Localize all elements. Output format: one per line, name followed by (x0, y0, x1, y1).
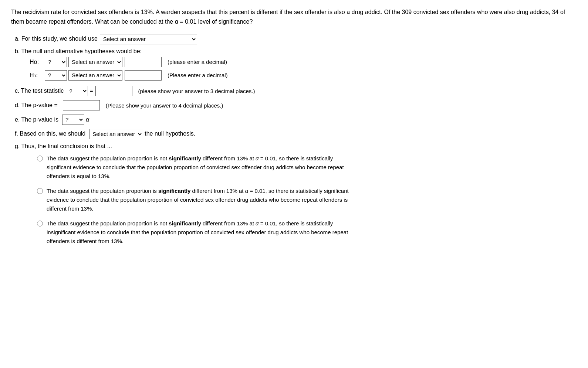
equals-sign-c: = (89, 86, 93, 96)
radio-1-label[interactable]: The data suggest the population proporti… (47, 154, 350, 181)
h1-row: H₁: ? p μ x̄ Select an answer = ≠ < > ≤ … (30, 70, 577, 81)
d-hint: (Please show your answer to 4 decimal pl… (106, 100, 223, 110)
radio-2-label[interactable]: The data suggest the populaton proportio… (47, 187, 350, 213)
question-f: f. Based on this, we should Select an an… (15, 129, 577, 139)
question-g: g. Thus, the final conclusion is that ..… (15, 143, 577, 246)
question-b-label: b. The null and alternative hypotheses w… (15, 48, 577, 55)
question-b: b. The null and alternative hypotheses w… (15, 48, 577, 81)
h1-relation-dropdown[interactable]: Select an answer = ≠ < > ≤ ≥ (68, 70, 122, 81)
e-relation-dropdown[interactable]: ? < > = ≤ ≥ (62, 115, 84, 125)
question-f-label-before: f. Based on this, we should (15, 129, 85, 139)
radio-3-label[interactable]: The data suggest the population proporti… (47, 219, 350, 246)
ho-row: Ho: ? p μ x̄ Select an answer = ≠ < > ≤ … (30, 57, 577, 67)
ho-symbol-dropdown[interactable]: ? p μ x̄ (45, 57, 67, 67)
intro-paragraph: The recidivism rate for convicted sex of… (11, 7, 577, 26)
question-d: d. The p-value = (Please show your answe… (15, 100, 577, 111)
f-dropdown[interactable]: Select an answer reject fail to reject a… (89, 129, 143, 139)
radio-option-3: The data suggest the population proporti… (37, 219, 577, 246)
question-c-label: c. The test statistic (15, 86, 64, 96)
alpha-symbol-e: α (86, 115, 89, 125)
question-c: c. The test statistic ? z t = (please sh… (15, 86, 577, 96)
h1-value-input[interactable] (125, 70, 162, 81)
ho-label: Ho: (30, 59, 43, 65)
question-e: e. The p-value is ? < > = ≤ ≥ α (15, 115, 577, 125)
radio-option-2: The data suggest the populaton proportio… (37, 187, 577, 213)
ho-relation-dropdown[interactable]: Select an answer = ≠ < > ≤ ≥ (68, 57, 122, 67)
question-a-label: a. For this study, we should use (15, 34, 98, 44)
radio-2-input[interactable] (37, 188, 43, 194)
ho-value-input[interactable] (125, 57, 162, 67)
h1-symbol-dropdown[interactable]: ? p μ x̄ (45, 70, 67, 81)
ho-hint: (please enter a decimal) (168, 59, 227, 65)
question-e-label: e. The p-value is (15, 115, 58, 125)
question-g-label: g. Thus, the final conclusion is that ..… (15, 143, 575, 150)
radio-1-input[interactable] (37, 156, 43, 161)
c-hint: (please show your answer to 3 decimal pl… (138, 86, 255, 96)
h1-label: H₁: (30, 72, 43, 79)
h1-hint: (Please enter a decimal) (168, 72, 228, 78)
radio-option-1: The data suggest the population proporti… (37, 154, 577, 181)
question-a: a. For this study, we should use Select … (15, 34, 577, 44)
d-value-input[interactable] (63, 100, 100, 110)
c-symbol-dropdown[interactable]: ? z t (66, 86, 88, 96)
c-value-input[interactable] (95, 86, 132, 96)
question-d-label: d. The p-value = (15, 100, 58, 111)
radio-3-input[interactable] (37, 221, 43, 226)
question-a-dropdown[interactable]: Select an answer a one-sample z-test for… (100, 34, 197, 44)
question-f-label-after: the null hypothesis. (145, 129, 195, 139)
